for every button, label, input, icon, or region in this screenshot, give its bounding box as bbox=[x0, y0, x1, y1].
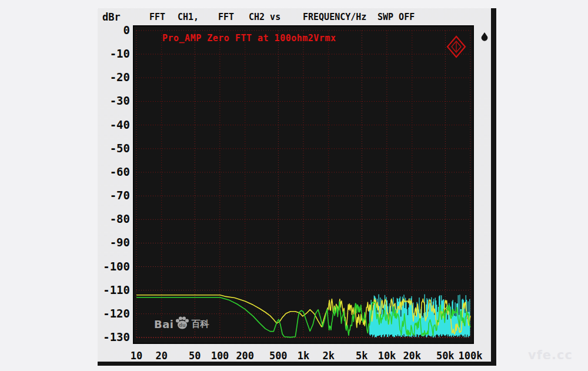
baidu-baike-watermark: Bai du 百科 bbox=[154, 316, 209, 330]
plot-title: Pro_AMP Zero FTT at 100ohm2Vrmx bbox=[162, 33, 336, 44]
x-tick-label: 10k bbox=[378, 350, 396, 362]
x-tick-label: 1k bbox=[298, 350, 309, 362]
y-axis-unit-label: dBr bbox=[102, 11, 121, 23]
header-fft-2: FFT bbox=[218, 12, 234, 24]
y-tick-label: -80 bbox=[98, 212, 130, 226]
y-tick-label: -120 bbox=[98, 307, 130, 321]
header-fft-1: FFT bbox=[149, 12, 165, 24]
y-tick-label: -100 bbox=[98, 260, 130, 274]
header-ch1: CH1, bbox=[178, 12, 199, 24]
y-tick-label: -10 bbox=[98, 47, 130, 61]
x-tick-label: 20 bbox=[155, 350, 167, 362]
analyzer-screenshot: dBr FFT CH1, FFT CH2 vs FREQUENCY/Hz SWP… bbox=[98, 8, 496, 366]
baidu-text-bai: Bai bbox=[154, 318, 174, 330]
x-tick-label: 5k bbox=[356, 350, 368, 362]
x-tick-label: 100k bbox=[459, 350, 483, 362]
x-tick-label: 50 bbox=[189, 350, 201, 362]
window-edge-right bbox=[491, 8, 496, 366]
baidu-text-baike: 百科 bbox=[192, 319, 209, 330]
fft-plot-svg: Pro_AMP Zero FTT at 100ohm2Vrmx ✕ bbox=[134, 26, 473, 343]
header-sweep-status: SWP OFF bbox=[377, 12, 415, 24]
x-tick-label: 100 bbox=[211, 350, 229, 362]
window-edge-bottom bbox=[98, 362, 496, 366]
plot-area: Pro_AMP Zero FTT at 100ohm2Vrmx ✕ Bai du… bbox=[134, 26, 473, 343]
x-tick-label: 20k bbox=[403, 350, 421, 362]
x-tick-label: 50k bbox=[436, 350, 455, 362]
y-tick-label: -50 bbox=[98, 142, 130, 156]
y-tick-label: -110 bbox=[98, 283, 130, 298]
y-tick-label: -90 bbox=[98, 236, 130, 250]
scroll-marker-icon[interactable] bbox=[480, 32, 489, 43]
x-tick-label: 200 bbox=[236, 350, 254, 362]
site-watermark: vfe.cc bbox=[528, 348, 573, 362]
y-tick-label: -20 bbox=[98, 71, 130, 85]
y-tick-label: -30 bbox=[98, 94, 130, 108]
baidu-paw-icon: du bbox=[175, 316, 190, 330]
page: dBr FFT CH1, FFT CH2 vs FREQUENCY/Hz SWP… bbox=[0, 0, 588, 371]
y-tick-label: -40 bbox=[98, 118, 130, 132]
y-tick-label: -70 bbox=[98, 189, 130, 203]
y-tick-label: -130 bbox=[98, 330, 130, 345]
header-frequency-axis-label: FREQUENCY/Hz bbox=[303, 12, 366, 24]
y-tick-label: -60 bbox=[98, 165, 130, 179]
cursor-marker: ✕ bbox=[443, 305, 447, 312]
y-tick-label: 0 bbox=[98, 24, 130, 38]
x-tick-label: 10 bbox=[131, 350, 142, 362]
x-tick-label: 2k bbox=[322, 350, 334, 362]
header-ch2-vs: CH2 vs bbox=[249, 12, 280, 24]
baidu-text-du: du bbox=[179, 323, 186, 328]
x-tick-label: 500 bbox=[269, 350, 288, 362]
